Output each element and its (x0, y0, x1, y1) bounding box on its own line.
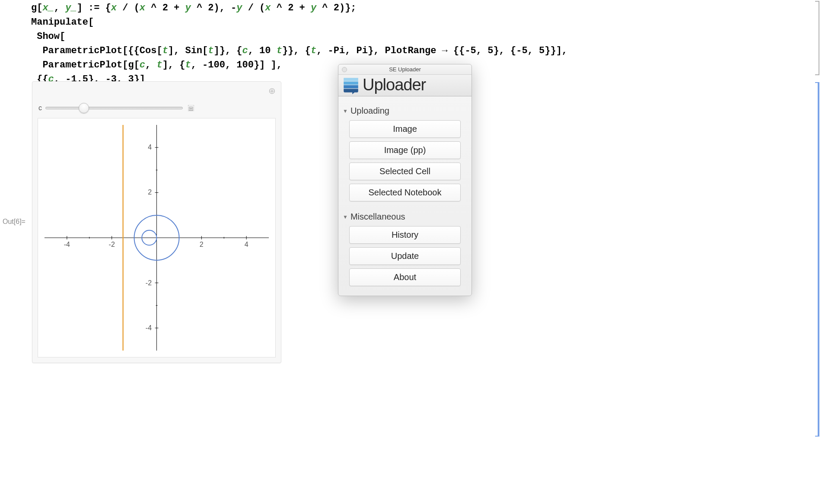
section-misc-header[interactable]: ▼ Miscellaneous (343, 212, 467, 222)
parametric-plot: -4 -2 2 4 4 2 -2 (38, 118, 275, 357)
slider-track[interactable] (45, 107, 183, 109)
button-image-pp[interactable]: Image (pp) (349, 141, 461, 159)
uploader-body: ▼ Uploading Image Image (pp) Selected Ce… (338, 96, 472, 296)
slider-expand-icon[interactable]: ⊞ (188, 105, 194, 111)
code-line-4: ParametricPlot[{{Cos[t], Sin[t]}, {c, 10… (31, 44, 567, 58)
code-line-5: ParametricPlot[g[c, t], {t, -100, 100}] … (31, 58, 567, 72)
xtick-4: 4 (245, 241, 249, 248)
slider-variable-label: c (38, 104, 42, 112)
section-uploading-header[interactable]: ▼ Uploading (343, 106, 467, 116)
uploader-header: Uploader (338, 75, 472, 96)
code-line-2: Manipulate[ (31, 15, 567, 29)
ytick-2: 2 (148, 188, 152, 196)
input-code-cell[interactable]: g[x_, y_] := {x / (x ^ 2 + y ^ 2), -y / … (31, 1, 567, 86)
code-line-1: g[x_, y_] := {x / (x ^ 2 + y ^ 2), -y / … (31, 1, 567, 15)
svg-rect-18 (344, 78, 358, 81)
chevron-down-icon: ▼ (343, 214, 348, 220)
button-about[interactable]: About (349, 268, 461, 286)
section-uploading-label: Uploading (350, 106, 389, 116)
ytick--2: -2 (146, 279, 152, 287)
svg-rect-19 (344, 81, 358, 84)
uploader-logo-text: Uploader (363, 76, 426, 94)
manipulate-add-control-icon[interactable]: ⊕ (268, 87, 276, 95)
output-cell-bracket[interactable] (815, 82, 819, 437)
xtick--4: -4 (64, 241, 70, 248)
svg-rect-20 (344, 85, 358, 88)
ytick-4: 4 (148, 144, 152, 151)
stack-exchange-logo-icon (342, 76, 360, 94)
input-cell-bracket[interactable] (815, 1, 819, 75)
button-history[interactable]: History (349, 226, 461, 244)
button-image[interactable]: Image (349, 120, 461, 138)
xtick-2: 2 (200, 241, 204, 248)
section-misc-label: Miscellaneous (350, 212, 405, 222)
uploader-titlebar[interactable]: SE Uploader (338, 64, 472, 75)
se-uploader-window: SE Uploader Uploader ▼ Uploading Image I… (338, 64, 472, 296)
button-selected-notebook[interactable]: Selected Notebook (349, 184, 461, 201)
manipulate-panel: ⊕ c ⊞ -4 -2 2 4 (32, 81, 281, 363)
plot-area: -4 -2 2 4 4 2 -2 (38, 118, 276, 357)
slider-row: c ⊞ (38, 102, 194, 115)
xtick--2: -2 (109, 241, 115, 248)
code-line-3: Show[ (31, 29, 567, 44)
uploader-window-title: SE Uploader (338, 66, 472, 73)
output-label: Out[6]= (3, 218, 25, 226)
ytick--4: -4 (146, 324, 152, 332)
slider-thumb[interactable] (79, 103, 89, 113)
button-selected-cell[interactable]: Selected Cell (349, 163, 461, 180)
button-update[interactable]: Update (349, 247, 461, 265)
chevron-down-icon: ▼ (343, 108, 348, 114)
